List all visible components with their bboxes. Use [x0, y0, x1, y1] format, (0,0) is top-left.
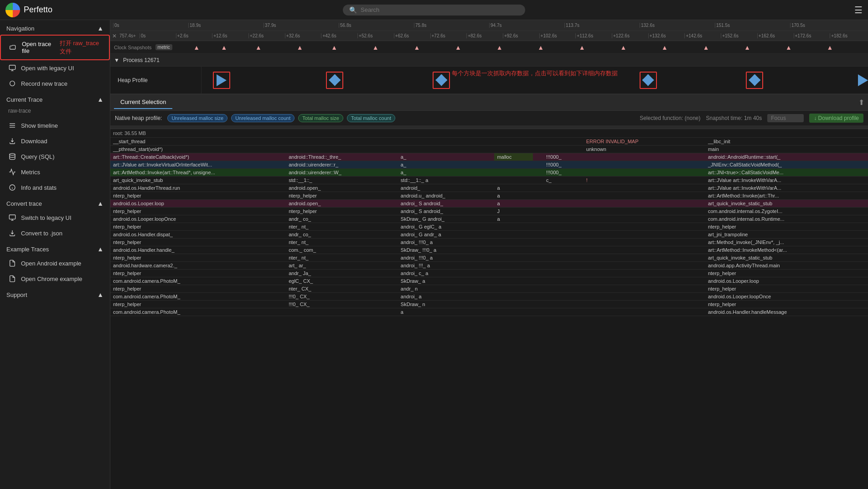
- search-bar[interactable]: 🔍: [343, 5, 525, 16]
- cell-c9: art::Method_invoke(_JNIEnv*, _j...: [705, 239, 868, 246]
- sidebar-item-metrics[interactable]: Metrics: [0, 164, 110, 180]
- table-row[interactable]: com.android.camera.PhotoM_ !!!0_ CX_ and…: [110, 293, 868, 301]
- cell-c3: androi_ !!!0_ a: [398, 239, 495, 246]
- cell-c3: androi_ !!!0_ a: [398, 254, 495, 262]
- table-row[interactable]: com.android.camera.PhotoM_ eglC_ CX_ SkD…: [110, 277, 868, 285]
- badge-total-malloc-size[interactable]: Total malloc size: [298, 114, 343, 122]
- heap-arrow[interactable]: [217, 74, 227, 86]
- example-traces-header[interactable]: Example Traces ▲: [0, 241, 110, 255]
- nav-section-header[interactable]: Navigation ▲: [0, 20, 110, 35]
- cell-c3: std::__1::_ a: [398, 177, 495, 184]
- table-row[interactable]: com.android.camera.PhotoM_ a android.os.…: [110, 308, 868, 316]
- table-row[interactable]: nterp_helper nterp_helper android.u_ and…: [110, 192, 868, 200]
- tab-current-selection[interactable]: Current Selection: [114, 96, 172, 109]
- sec-tick-17: +162.6s: [757, 33, 794, 38]
- sidebar-item-open-trace[interactable]: Open trace file 打开 raw_trace 文件: [0, 35, 110, 60]
- table-row[interactable]: nterp_helper nter_ nt_ androi_ !!!0_ a a…: [110, 254, 868, 262]
- table-row[interactable]: nterp_helper nter_ nt_ androi_ G eglC_ a…: [110, 223, 868, 231]
- table-row[interactable]: nterp_helper nterp_helper androi_ S andr…: [110, 208, 868, 215]
- search-input[interactable]: [361, 6, 519, 13]
- cell-c9: _JNIEnv::CallStaticVoidMethod(_: [705, 161, 868, 169]
- cell-c2: eglC_ CX_: [286, 277, 398, 285]
- heap-row-canvas[interactable]: 每个方块是一次抓取内存数据，点击可以看到如下详细内存数据: [202, 67, 868, 94]
- table-row[interactable]: art::Thread::CreateCallback(void*) andro…: [110, 153, 868, 161]
- sidebar-item-switch-legacy[interactable]: Switch to legacy UI: [0, 210, 110, 225]
- col-3: [398, 126, 495, 129]
- sidebar-item-download[interactable]: Download: [0, 133, 110, 149]
- snapshot-time: Snapshot time: 1m 40s: [706, 115, 762, 121]
- clock-marker-3: ▲: [255, 44, 262, 51]
- sidebar-item-convert-json[interactable]: Convert to .json: [0, 225, 110, 241]
- sidebar-item-open-legacy[interactable]: Open with legacy UI: [0, 60, 110, 76]
- cell-c4: [494, 293, 532, 301]
- sidebar-item-open-chrome[interactable]: Open Chrome example: [0, 271, 110, 286]
- table-row[interactable]: android.hardware.camera2._ art_ ar_ andr…: [110, 262, 868, 270]
- record-icon: [8, 79, 16, 88]
- open-android-label: Open Android example: [21, 260, 81, 267]
- table-row[interactable]: android.os.Handler.dispat_ andr_ co_ and…: [110, 231, 868, 239]
- cell-c1: com.android.camera.PhotoM_: [110, 308, 286, 316]
- table-row[interactable]: android.os.Handler.handle_ com._ com_ Sk…: [110, 246, 868, 254]
- focus-input[interactable]: [767, 114, 804, 122]
- cell-c9: art::ArtMethod::InvokeMethod<(ar...: [705, 246, 868, 254]
- cell-c4: a: [494, 200, 532, 208]
- cell-c4: a: [494, 215, 532, 223]
- close-button[interactable]: ✕: [112, 33, 117, 39]
- cell-c6: !!!000_: [543, 153, 584, 161]
- sidebar-item-open-android[interactable]: Open Android example: [0, 255, 110, 271]
- table-row[interactable]: art_quick_invoke_stub std::__1::_ std::_…: [110, 177, 868, 184]
- cell-c3: SkDraw_ a: [398, 277, 495, 285]
- col-function: [110, 126, 286, 129]
- table-row[interactable]: nterp_helper nter_ CX_ andr_ n nterp_hel…: [110, 285, 868, 293]
- android-example-icon: [8, 259, 16, 267]
- table-row[interactable]: nterp_helper nter_ nt_ androi_ !!!0_ a a…: [110, 239, 868, 246]
- current-trace-header[interactable]: Current Trace ▲: [0, 91, 110, 106]
- cell-c4: [494, 301, 532, 308]
- support-section: Support ▲: [0, 286, 110, 301]
- table-row[interactable]: __start_thread ERROR INVALID_MAP __libc_…: [110, 138, 868, 146]
- cell-c8: [695, 239, 705, 246]
- selection-tools[interactable]: ⬆: [858, 98, 864, 107]
- download-profile-button[interactable]: ↓ Download profile: [809, 114, 863, 123]
- table-row[interactable]: nterp_helper andr_ Ja_ androi_ c_ a nter…: [110, 270, 868, 277]
- table-row[interactable]: android.os.HandlerThread.run android.ope…: [110, 184, 868, 192]
- cell-c2: com._ com_: [286, 246, 398, 254]
- hamburger-menu[interactable]: ☰: [854, 5, 863, 16]
- clock-marker-17: ▲: [827, 44, 833, 51]
- heap-arrow-right[interactable]: [858, 74, 868, 86]
- table-row[interactable]: nterp_helper !!!0_ CX_ SkDraw_ n nterp_h…: [110, 301, 868, 308]
- cell-c5: [533, 184, 543, 192]
- nav-chevron: ▲: [97, 25, 103, 32]
- support-header[interactable]: Support ▲: [0, 286, 110, 301]
- sec-tick-7: +62.6s: [394, 33, 430, 38]
- badge-unreleased-malloc-count[interactable]: Unreleased malloc count: [231, 114, 294, 122]
- convert-trace-header[interactable]: Convert trace ▲: [0, 195, 110, 210]
- cell-c6: [543, 215, 584, 223]
- cell-c1: nterp_helper: [110, 192, 286, 200]
- col-6: [543, 126, 584, 129]
- cell-c5: [533, 308, 543, 316]
- process-expand-icon[interactable]: ▼: [114, 57, 119, 63]
- table-row[interactable]: android.os.Looper.loop android.open_ and…: [110, 200, 868, 208]
- table-row[interactable]: art::JValue art::InvokeVirtualOrInterfac…: [110, 161, 868, 169]
- cell-c7: [584, 153, 695, 161]
- badge-total-malloc-count[interactable]: Total malloc count: [347, 114, 395, 122]
- cell-c7: [584, 308, 695, 316]
- selected-function: Selected function: (none): [640, 115, 700, 121]
- sidebar-item-info-stats[interactable]: Info and stats: [0, 180, 110, 195]
- sidebar-item-record-new[interactable]: Record new trace: [0, 76, 110, 91]
- badge-unreleased-malloc-size[interactable]: Unreleased malloc size: [167, 114, 227, 122]
- cell-c2: nterp_helper: [286, 208, 398, 215]
- clock-marker-1: ▲: [193, 44, 200, 51]
- profile-table[interactable]: root: 36.55 MB __start_thread ERROR INVA…: [110, 126, 868, 489]
- table-row[interactable]: __pthread_start(void*) unknown main: [110, 146, 868, 153]
- table-row[interactable]: android.os.Looper.loopOnce andr_ co_ SkD…: [110, 215, 868, 223]
- profile-header-label: Native heap profile:: [115, 115, 162, 121]
- sidebar-item-query-sql[interactable]: Query (SQL): [0, 149, 110, 164]
- table-row[interactable]: art::ArtMethod::Invoke(art::Thread*, uns…: [110, 169, 868, 177]
- cell-c9: nterp_helper: [705, 270, 868, 277]
- svg-point-3: [10, 81, 15, 86]
- sidebar-item-show-timeline[interactable]: Show timeline: [0, 118, 110, 133]
- trace-name: raw-trace: [0, 106, 110, 118]
- cell-c6: [543, 262, 584, 270]
